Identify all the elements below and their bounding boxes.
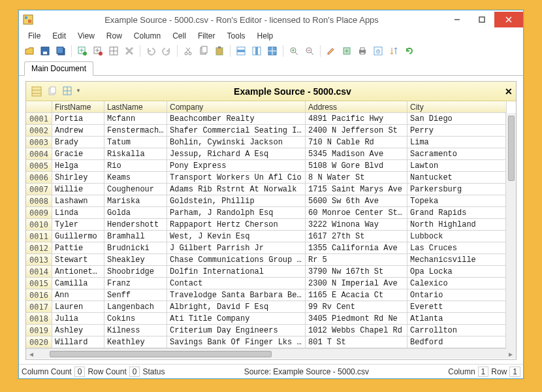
grid-cell[interactable]: Gracie [52, 148, 104, 160]
grid-cell[interactable]: Camilla [52, 278, 104, 289]
select-all-icon[interactable] [266, 44, 279, 57]
grid-cell[interactable]: Atlanta [407, 313, 507, 325]
grid-cell[interactable]: Rr 5 [306, 254, 407, 266]
grid-cell[interactable]: Franz [104, 278, 167, 289]
grid-add-icon[interactable] [76, 44, 89, 57]
settings-icon[interactable]: ⚙ [372, 44, 385, 57]
zoom-out-icon[interactable] [303, 44, 316, 57]
grid-cell[interactable]: Mariska [104, 195, 167, 207]
grid-cell[interactable]: Brudnicki [104, 242, 167, 254]
menu-file[interactable]: File [23, 30, 46, 42]
grid-cell[interactable]: Lauren [52, 301, 104, 313]
grid-cell[interactable]: Mcfann [104, 113, 167, 125]
grid-cell[interactable]: 801 T St [306, 336, 407, 348]
vertical-scrollbar[interactable] [505, 113, 516, 349]
grid-cell[interactable]: Ashley [52, 325, 104, 336]
grid-cell[interactable]: Ontario [407, 289, 507, 301]
grid-cell[interactable]: Hendershott [104, 219, 167, 231]
close-button[interactable] [494, 12, 523, 27]
grid-cell[interactable]: 60 Monroe Center St Nw [306, 207, 407, 219]
row-number[interactable]: 0007 [26, 184, 52, 195]
grid-cell[interactable]: Travelodge Santa Barbara Beach [167, 289, 306, 301]
grid-cell[interactable]: Savings Bank Of Finger Lks Fsb [167, 336, 306, 348]
grid-cell[interactable]: Parham, J Randolph Esq [167, 207, 306, 219]
grid-cell[interactable]: 1165 E Acacia Ct [306, 289, 407, 301]
grid-cell[interactable]: Helga [52, 160, 104, 172]
grid-cell[interactable]: 1355 California Ave [306, 242, 407, 254]
menu-column[interactable]: Column [129, 30, 166, 42]
grid-cell[interactable]: 4891 Pacific Hwy [306, 113, 407, 125]
row-number[interactable]: 0013 [26, 254, 52, 266]
open-icon[interactable] [23, 44, 36, 57]
column-header[interactable]: City [407, 101, 507, 113]
grid-cell[interactable]: Rio [104, 160, 167, 172]
row-number[interactable]: 0009 [26, 207, 52, 219]
refresh-icon[interactable] [403, 44, 416, 57]
menu-help[interactable]: Help [252, 30, 279, 42]
grid-cell[interactable]: Coughenour [104, 184, 167, 195]
sort-icon[interactable] [387, 44, 400, 57]
row-number[interactable]: 0003 [26, 137, 52, 148]
grid-cell[interactable]: Opa Locka [407, 266, 507, 278]
doc-copy-icon[interactable] [46, 85, 59, 98]
undo-icon[interactable] [144, 44, 157, 57]
grid-cell[interactable]: Andrew [52, 125, 104, 137]
row-number[interactable]: 0019 [26, 325, 52, 336]
column-header[interactable]: Address [306, 101, 407, 113]
grid-cell[interactable]: Pony Express [167, 160, 306, 172]
grid-cell[interactable]: Lashawn [52, 195, 104, 207]
menu-cell[interactable]: Cell [167, 30, 191, 42]
doc-dropdown-icon[interactable]: ▾ [77, 85, 80, 98]
select-row-icon[interactable] [234, 44, 247, 57]
grid-cell[interactable]: Transport Workers Un Afl Cio [167, 172, 306, 184]
cut-icon[interactable] [182, 44, 195, 57]
column-header[interactable]: FirstName [52, 101, 104, 113]
grid-cell[interactable]: Ati Title Company [167, 313, 306, 325]
menu-view[interactable]: View [72, 30, 100, 42]
row-number[interactable]: 0005 [26, 160, 52, 172]
grid-cell[interactable]: 5600 Sw 6th Ave [306, 195, 407, 207]
delete-icon[interactable] [123, 44, 136, 57]
maximize-button[interactable] [470, 12, 494, 27]
grid-cell[interactable]: Adams Rib Rstrnt At Norwalk [167, 184, 306, 195]
doc-grid-icon[interactable] [30, 85, 43, 98]
grid-cell[interactable]: Grand Rapids [407, 207, 507, 219]
grid-cell[interactable]: Riskalla [104, 148, 167, 160]
grid-cell[interactable]: 1617 27th St [306, 231, 407, 242]
grid-cell[interactable]: Topeka [407, 195, 507, 207]
row-number[interactable]: 0010 [26, 219, 52, 231]
grid-cell[interactable]: Stewart [52, 254, 104, 266]
grid-cell[interactable]: Bedford [407, 336, 507, 348]
document-close-button[interactable]: ✕ [502, 86, 516, 97]
grid-cell[interactable]: Nantucket [407, 172, 507, 184]
copy-icon[interactable] [197, 44, 210, 57]
grid-corner[interactable] [26, 101, 52, 113]
grid-cell[interactable]: 99 Rv Cent [306, 301, 407, 313]
minimize-button[interactable] [445, 12, 470, 27]
grid-cell[interactable]: 1715 Saint Marys Ave [306, 184, 407, 195]
grid-cell[interactable]: 8 N Water St [306, 172, 407, 184]
grid-cell[interactable]: San Diego [407, 113, 507, 125]
grid-cell[interactable]: Shoobridge [104, 266, 167, 278]
row-number[interactable]: 0014 [26, 266, 52, 278]
menu-row[interactable]: Row [101, 30, 127, 42]
save-icon[interactable] [39, 44, 52, 57]
grid-cell[interactable]: Kilness [104, 325, 167, 336]
grid-cell[interactable]: Mechanicsville [407, 254, 507, 266]
row-number[interactable]: 0006 [26, 172, 52, 184]
grid-cell[interactable]: 2400 N Jefferson St [306, 125, 407, 137]
row-number[interactable]: 0020 [26, 336, 52, 348]
row-number[interactable]: 0008 [26, 195, 52, 207]
grid-cell[interactable]: Cokins [104, 313, 167, 325]
grid-cell[interactable]: Antionette [52, 266, 104, 278]
grid-cell[interactable]: 3405 Piedmont Rd Ne [306, 313, 407, 325]
grid-cell[interactable]: Willard [52, 336, 104, 348]
grid-cell[interactable]: Willie [52, 184, 104, 195]
grid-cell[interactable]: 2300 N Imperial Ave [306, 278, 407, 289]
tab-main-document[interactable]: Main Document [24, 61, 93, 76]
doc-view-icon[interactable] [61, 85, 74, 98]
grid-cell[interactable]: 710 N Cable Rd [306, 137, 407, 148]
menu-filter[interactable]: Filter [193, 30, 221, 42]
grid-cell[interactable]: Perry [407, 125, 507, 137]
save-all-icon[interactable] [54, 44, 67, 57]
